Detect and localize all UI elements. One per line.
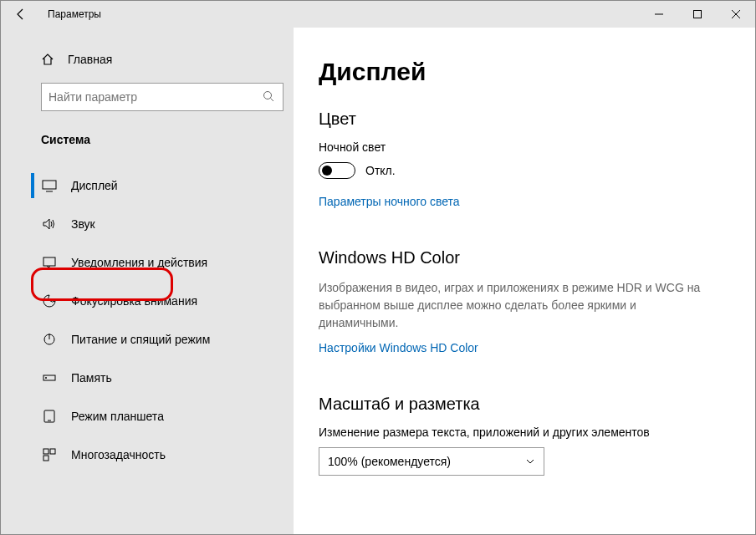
toggle-state-label: Откл. <box>365 164 396 177</box>
tablet-icon <box>41 408 58 425</box>
svg-rect-17 <box>43 456 49 461</box>
svg-point-4 <box>264 92 272 99</box>
sidebar-item-multitasking[interactable]: Многозадачность <box>1 436 294 474</box>
storage-icon <box>41 369 58 386</box>
sidebar-item-label: Звук <box>71 217 95 231</box>
scale-combobox[interactable]: 100% (рекомендуется) <box>319 447 544 476</box>
nightlight-label: Ночной свет <box>319 140 730 154</box>
svg-point-12 <box>45 377 47 379</box>
nav-list: Дисплей Звук Уведомления и действия Фоку… <box>1 166 294 474</box>
search-field[interactable] <box>49 90 263 104</box>
svg-rect-6 <box>43 181 56 189</box>
sidebar-item-power[interactable]: Питание и спящий режим <box>1 320 294 359</box>
sidebar-item-label: Уведомления и действия <box>71 256 207 269</box>
window-controls <box>640 1 755 28</box>
nightlight-settings-link[interactable]: Параметры ночного света <box>319 195 460 208</box>
section-color: Цвет <box>319 110 730 129</box>
sidebar-item-label: Память <box>71 371 112 385</box>
settings-window: Параметры Главная Си <box>0 0 756 535</box>
sidebar-item-sound[interactable]: Звук <box>1 205 294 243</box>
sidebar-item-label: Фокусировка внимания <box>71 294 197 308</box>
svg-rect-15 <box>43 449 49 454</box>
hdcolor-settings-link[interactable]: Настройки Windows HD Color <box>319 341 478 354</box>
nightlight-toggle[interactable] <box>319 162 355 179</box>
sidebar-item-display[interactable]: Дисплей <box>1 166 294 205</box>
sound-icon <box>41 216 58 232</box>
scale-label: Изменение размера текста, приложений и д… <box>319 425 730 439</box>
sidebar-item-label: Дисплей <box>71 179 118 192</box>
home-label: Главная <box>68 53 112 66</box>
page-title: Дисплей <box>319 58 730 86</box>
section-hdcolor: Windows HD Color <box>319 248 730 268</box>
sidebar-item-label: Режим планшета <box>71 410 164 423</box>
content-panel: Дисплей Цвет Ночной свет Откл. Параметры… <box>294 28 755 534</box>
search-input[interactable] <box>41 83 284 111</box>
maximize-button[interactable] <box>678 1 717 28</box>
svg-line-5 <box>271 99 274 102</box>
home-link[interactable]: Главная <box>1 44 294 74</box>
hdcolor-description: Изображения в видео, играх и приложениях… <box>319 279 712 332</box>
sidebar-item-tablet[interactable]: Режим планшета <box>1 397 294 436</box>
search-icon <box>263 90 276 104</box>
sidebar-item-focus[interactable]: Фокусировка внимания <box>1 282 294 320</box>
multitasking-icon <box>41 446 58 463</box>
scale-value: 100% (рекомендуется) <box>328 455 525 468</box>
close-button[interactable] <box>717 1 755 28</box>
window-title: Параметры <box>48 8 101 20</box>
sidebar-item-notifications[interactable]: Уведомления и действия <box>1 243 294 282</box>
sidebar-item-storage[interactable]: Память <box>1 359 294 397</box>
svg-rect-1 <box>694 11 702 18</box>
display-icon <box>41 177 58 194</box>
svg-rect-16 <box>50 449 55 454</box>
chevron-down-icon <box>525 456 535 466</box>
sidebar: Главная Система Дисплей Звук <box>1 28 294 534</box>
titlebar: Параметры <box>1 1 755 28</box>
section-scale: Масштаб и разметка <box>319 395 730 414</box>
category-header: Система <box>1 128 294 158</box>
minimize-button[interactable] <box>640 1 678 28</box>
focus-icon <box>41 293 58 309</box>
notifications-icon <box>41 254 58 271</box>
back-button[interactable] <box>11 4 31 24</box>
svg-rect-8 <box>43 257 55 266</box>
sidebar-item-label: Питание и спящий режим <box>71 333 210 346</box>
sidebar-item-label: Многозадачность <box>71 448 166 461</box>
power-icon <box>41 331 58 348</box>
home-icon <box>41 53 54 66</box>
